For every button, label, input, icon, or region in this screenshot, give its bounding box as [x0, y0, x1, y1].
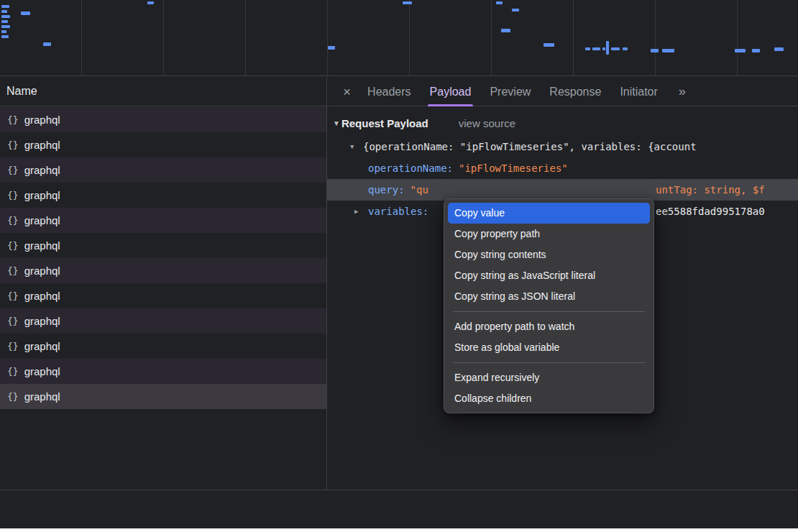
page-edge — [0, 528, 798, 532]
menu-separator — [453, 311, 645, 312]
menu-item-copy-string-contents[interactable]: Copy string contents — [448, 244, 650, 265]
request-row[interactable]: {}graphql — [0, 308, 326, 334]
request-row[interactable]: {}graphql — [0, 132, 326, 157]
request-row[interactable]: {}graphql — [0, 208, 326, 233]
request-name: graphql — [24, 139, 60, 151]
json-braces-icon: {} — [7, 139, 19, 150]
expanded-triangle-icon[interactable]: ▼ — [350, 136, 354, 157]
request-payload-section-header: ▼ Request Payload view source — [327, 107, 798, 133]
timeline-activity-bar — [1, 30, 6, 33]
request-name: graphql — [24, 114, 60, 126]
timeline-activity-bar — [735, 49, 746, 52]
collapsed-triangle-icon[interactable]: ▶ — [354, 201, 358, 222]
json-braces-icon: {} — [7, 190, 19, 201]
request-row[interactable]: {}graphql — [0, 107, 326, 132]
menu-item-copy-string-as-javascript-literal[interactable]: Copy string as JavaScript literal — [448, 265, 650, 286]
close-icon[interactable]: × — [343, 77, 351, 106]
timeline-activity-bar — [1, 25, 10, 28]
timeline-activity-bar — [21, 12, 30, 15]
timeline-activity-bar — [328, 46, 335, 50]
timeline-activity-bar — [611, 47, 620, 50]
timeline-activity-bar — [592, 47, 600, 50]
menu-item-store-as-global-variable[interactable]: Store as global variable — [448, 337, 650, 358]
request-name: graphql — [24, 340, 60, 352]
tab-initiator[interactable]: Initiator — [620, 77, 657, 106]
timeline-activity-bar — [147, 1, 154, 4]
json-braces-icon: {} — [7, 215, 19, 226]
request-row[interactable]: {}graphql — [0, 283, 326, 308]
request-name: graphql — [24, 239, 60, 252]
payload-row-query[interactable]: query:"qu untTag: string, $f — [327, 179, 798, 201]
property-key: variables: — [368, 206, 428, 217]
request-name: graphql — [24, 214, 60, 226]
property-value: "ipFlowTimeseries" — [459, 162, 568, 174]
menu-separator — [453, 362, 645, 363]
menu-item-copy-property-path[interactable]: Copy property path — [448, 224, 650, 244]
property-key: query: — [368, 184, 405, 196]
menu-item-copy-string-as-json-literal[interactable]: Copy string as JSON literal — [448, 286, 650, 307]
timeline-activity-bar — [1, 10, 7, 13]
timeline-activity-bar — [1, 20, 8, 23]
request-row[interactable]: {}graphql — [0, 359, 326, 384]
timeline-activity-bar — [1, 15, 10, 18]
request-name: graphql — [24, 315, 60, 327]
request-row[interactable]: {}graphql — [0, 384, 326, 409]
tab-response[interactable]: Response — [549, 77, 601, 106]
section-title[interactable]: Request Payload — [341, 117, 428, 129]
payload-summary-text: {operationName: "ipFlowTimeseries", vari… — [363, 141, 697, 152]
timeline-activity-bar — [651, 49, 659, 52]
menu-item-add-property-path-to-watch[interactable]: Add property path to watch — [448, 316, 650, 337]
timeline-activity-bar — [1, 35, 9, 38]
network-overview-timeline[interactable] — [0, 0, 798, 76]
view-source-link[interactable]: view source — [459, 117, 515, 129]
json-braces-icon: {} — [7, 316, 19, 326]
json-braces-icon: {} — [7, 341, 19, 352]
timeline-activity-bar — [43, 42, 51, 46]
timeline-activity-bar — [1, 5, 9, 8]
detail-tabs-bar: × HeadersPayloadPreviewResponseInitiator… — [327, 77, 798, 106]
devtools-network-panel: Name × HeadersPayloadPreviewResponseInit… — [0, 0, 798, 532]
payload-root-row[interactable]: ▼ {operationName: "ipFlowTimeseries", va… — [327, 136, 798, 157]
timeline-activity-bar — [662, 49, 674, 52]
section-collapse-triangle-icon[interactable]: ▼ — [333, 119, 340, 127]
status-bar — [0, 490, 798, 528]
menu-item-collapse-children[interactable]: Collapse children — [448, 388, 650, 409]
request-name: graphql — [24, 390, 60, 403]
tab-headers[interactable]: Headers — [367, 77, 411, 106]
request-row[interactable]: {}graphql — [0, 258, 326, 283]
pane-divider[interactable] — [326, 77, 327, 528]
timeline-activity-bar — [496, 1, 503, 4]
request-row[interactable]: {}graphql — [0, 183, 326, 208]
json-braces-icon: {} — [7, 240, 19, 251]
timeline-activity-bar — [606, 41, 609, 55]
json-braces-icon: {} — [7, 265, 19, 276]
tab-payload[interactable]: Payload — [430, 77, 472, 106]
timeline-activity-bar — [752, 49, 760, 52]
request-list: {}graphql{}graphql{}graphql{}graphql{}gr… — [0, 107, 326, 490]
json-braces-icon: {} — [7, 391, 19, 402]
json-braces-icon: {} — [7, 290, 19, 301]
property-value-continued: untTag: string, $f — [656, 179, 765, 201]
name-column-header[interactable]: Name — [0, 77, 326, 106]
request-name: graphql — [24, 189, 60, 201]
tabs-container: HeadersPayloadPreviewResponseInitiator — [358, 77, 667, 106]
name-column-label: Name — [6, 85, 37, 98]
menu-item-copy-value[interactable]: Copy value — [448, 203, 650, 224]
json-braces-icon: {} — [7, 114, 19, 125]
payload-row-operation-name[interactable]: operationName:"ipFlowTimeseries" — [327, 157, 798, 179]
property-value-continued: ee5588fdad995178a0 — [656, 201, 765, 222]
request-name: graphql — [24, 265, 60, 277]
menu-item-expand-recursively[interactable]: Expand recursively — [448, 367, 650, 388]
request-name: graphql — [24, 290, 60, 302]
request-row[interactable]: {}graphql — [0, 334, 326, 359]
request-row[interactable]: {}graphql — [0, 157, 326, 183]
request-row[interactable]: {}graphql — [0, 233, 326, 258]
timeline-activity-bar — [403, 1, 412, 4]
more-tabs-icon[interactable]: » — [679, 84, 685, 99]
timeline-activity-bar — [512, 9, 519, 12]
timeline-activity-bar — [602, 47, 605, 50]
json-braces-icon: {} — [7, 165, 19, 175]
request-name: graphql — [24, 365, 60, 377]
context-menu: Copy valueCopy property pathCopy string … — [444, 198, 654, 413]
tab-preview[interactable]: Preview — [490, 77, 531, 106]
